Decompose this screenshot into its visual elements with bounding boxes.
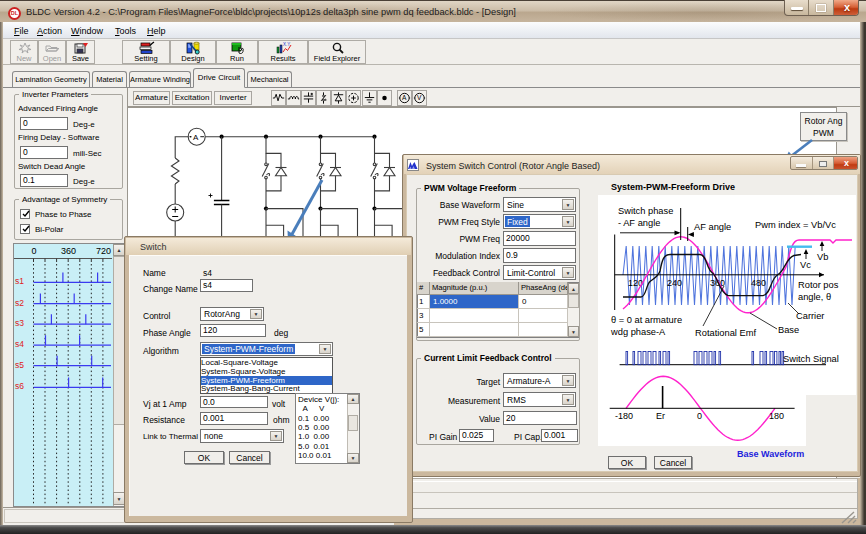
svg-text:180: 180	[769, 411, 784, 421]
svg-text:-180: -180	[615, 411, 633, 421]
svg-text:0: 0	[32, 246, 37, 256]
svg-text:Er: Er	[656, 411, 665, 421]
svg-text:A: A	[402, 94, 407, 101]
svg-text:480: 480	[751, 278, 766, 288]
svg-text:240: 240	[667, 278, 682, 288]
svg-text:s5: s5	[15, 360, 24, 370]
svg-text:X.Y: X.Y	[283, 42, 290, 47]
svg-text:0: 0	[697, 411, 702, 421]
svg-text:s6: s6	[15, 381, 24, 391]
svg-text:360: 360	[61, 246, 76, 256]
svg-text:720: 720	[96, 246, 111, 256]
svg-text:s3: s3	[15, 318, 24, 328]
svg-text:s1: s1	[15, 276, 24, 286]
svg-text:s4: s4	[15, 339, 24, 349]
svg-text:s2: s2	[15, 298, 24, 308]
svg-text:A: A	[193, 133, 199, 142]
svg-text:V: V	[417, 94, 422, 101]
